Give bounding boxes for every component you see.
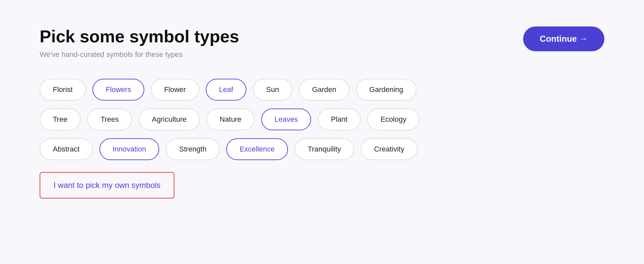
chip-plant[interactable]: Plant [318,109,361,130]
chip-innovation[interactable]: Innovation [99,138,160,160]
chip-flowers[interactable]: Flowers [92,79,144,101]
chip-sun[interactable]: Sun [253,79,292,101]
page-container: Pick some symbol types We've hand-curate… [0,0,644,264]
chip-garden[interactable]: Garden [299,79,349,101]
own-symbols-box[interactable]: I want to pick my own symbols [40,172,174,198]
chips-section: FloristFlowersFlowerLeafSunGardenGardeni… [40,79,604,160]
chip-ecology[interactable]: Ecology [367,109,419,130]
chips-row-0: FloristFlowersFlowerLeafSunGardenGardeni… [40,79,604,101]
continue-button[interactable]: Continue → [523,26,604,51]
page-title: Pick some symbol types [40,26,239,46]
header-text: Pick some symbol types We've hand-curate… [40,26,239,59]
chip-abstract[interactable]: Abstract [40,138,93,160]
chips-row-1: TreeTreesAgricultureNatureLeavesPlantEco… [40,109,604,130]
chips-row-2: AbstractInnovationStrengthExcellenceTran… [40,138,604,160]
chip-trees[interactable]: Trees [87,109,132,130]
chip-strength[interactable]: Strength [166,138,220,160]
chip-gardening[interactable]: Gardening [356,79,416,101]
chip-tree[interactable]: Tree [40,109,81,130]
chip-leaf[interactable]: Leaf [206,79,246,101]
own-symbols-label: I want to pick my own symbols [54,181,161,190]
chip-excellence[interactable]: Excellence [226,138,288,160]
header-row: Pick some symbol types We've hand-curate… [40,26,604,59]
page-subtitle: We've hand-curated symbols for these typ… [40,50,239,59]
chip-nature[interactable]: Nature [206,109,255,130]
chip-tranquility[interactable]: Tranquility [295,138,354,160]
chip-flower[interactable]: Flower [151,79,199,101]
chip-agriculture[interactable]: Agriculture [139,109,200,130]
chip-creativity[interactable]: Creativity [361,138,417,160]
chip-florist[interactable]: Florist [40,79,86,101]
chip-leaves[interactable]: Leaves [261,109,311,130]
